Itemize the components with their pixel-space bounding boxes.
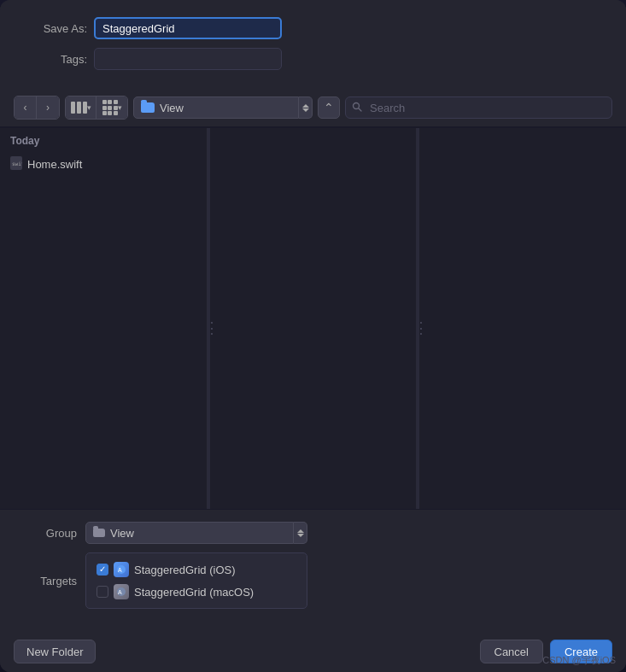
list-item[interactable]: swift Home.swift: [0, 152, 207, 177]
browser-col-3: [419, 128, 626, 509]
group-select[interactable]: View: [85, 522, 294, 544]
location-select-wrapper: View: [133, 96, 313, 119]
group-folder-icon: [93, 529, 105, 537]
macos-checkbox[interactable]: [97, 586, 108, 598]
columns-chevron: ▾: [87, 103, 91, 112]
list-item[interactable]: A StaggeredGrid (macOS): [91, 581, 301, 603]
swift-file-icon: swift: [10, 156, 22, 172]
dialog-top: Save As: Tags:: [0, 0, 626, 89]
svg-text:A: A: [118, 589, 122, 595]
tags-row: Tags:: [26, 48, 600, 70]
tags-label: Tags:: [26, 53, 87, 66]
grid-view-icon: [102, 100, 118, 115]
ios-app-icon: A: [114, 562, 129, 577]
watermark: CSDN @宇夜iOS: [542, 654, 616, 667]
svg-text:A: A: [118, 567, 122, 573]
group-label: Group: [17, 527, 77, 540]
save-as-input[interactable]: [94, 17, 282, 39]
group-arrow-up: [297, 529, 304, 533]
macos-app-icon: A: [114, 584, 129, 599]
back-button[interactable]: ‹: [15, 96, 37, 119]
forward-button[interactable]: ›: [37, 96, 59, 119]
group-row: Group View: [17, 522, 609, 544]
svg-text:swift: swift: [12, 161, 22, 167]
group-value: View: [110, 527, 134, 540]
file-browser: Today swift Home.swift: [0, 127, 626, 510]
tags-input[interactable]: [94, 48, 282, 70]
expand-button[interactable]: ⌃: [318, 96, 340, 119]
cancel-button[interactable]: Cancel: [480, 640, 543, 663]
save-as-row: Save As:: [26, 17, 600, 39]
ios-target-label: StaggeredGrid (iOS): [134, 564, 236, 576]
col1-header: Today: [0, 128, 207, 152]
search-icon: [352, 100, 362, 115]
browser-col-2: [210, 128, 418, 509]
search-input[interactable]: [345, 96, 612, 119]
svg-line-1: [359, 108, 361, 111]
svg-point-0: [354, 103, 360, 109]
search-wrapper: [345, 96, 612, 119]
view-mode-group: ▾ ▾: [65, 96, 128, 120]
macos-target-label: StaggeredGrid (macOS): [134, 586, 254, 599]
resize-handle-2[interactable]: [417, 128, 419, 509]
grid-chevron: ▾: [118, 103, 122, 112]
toolbar: ‹ › ▾ ▾: [0, 89, 626, 127]
file-name: Home.swift: [27, 158, 82, 171]
save-as-label: Save As:: [26, 22, 87, 35]
ios-checkbox[interactable]: [97, 564, 108, 576]
group-select-arrows[interactable]: [294, 522, 307, 544]
targets-label: Targets: [17, 575, 77, 587]
group-select-wrapper: View: [85, 522, 307, 544]
arrow-down-icon: [302, 108, 309, 112]
location-folder-icon: [141, 102, 155, 113]
save-dialog: Save As: Tags: ‹ › ▾: [0, 0, 626, 672]
grid-view-button[interactable]: ▾: [97, 96, 127, 119]
new-folder-button[interactable]: New Folder: [14, 640, 96, 663]
location-select-arrows[interactable]: [299, 96, 313, 119]
group-arrow-down: [297, 534, 304, 537]
location-label: View: [160, 102, 184, 114]
targets-container: A StaggeredGrid (iOS) A StaggeredGrid (m…: [85, 552, 307, 609]
location-select[interactable]: View: [133, 96, 299, 119]
columns-view-button[interactable]: ▾: [66, 96, 97, 119]
targets-row: Targets A StaggeredGrid (iOS) A Stagge: [17, 552, 609, 609]
arrow-up-icon: [302, 104, 309, 108]
bottom-panel: Group View Targets A: [0, 510, 626, 628]
resize-handle-1[interactable]: [208, 128, 210, 509]
columns-view-icon: [71, 102, 87, 114]
browser-col-1: Today swift Home.swift: [0, 128, 208, 509]
nav-group: ‹ ›: [14, 96, 60, 120]
list-item[interactable]: A StaggeredGrid (iOS): [91, 558, 301, 581]
bottom-actions: New Folder Cancel Create: [0, 628, 626, 672]
